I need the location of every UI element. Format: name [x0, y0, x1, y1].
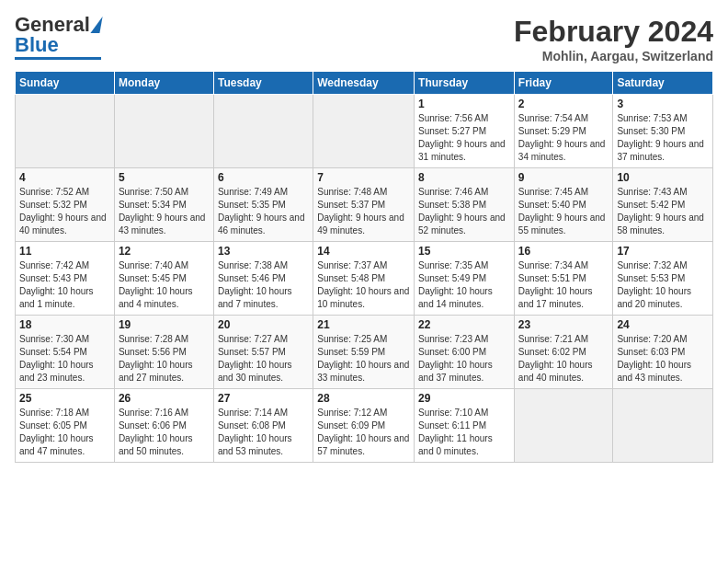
- day-number: 28: [317, 392, 410, 405]
- day-number: 29: [418, 392, 510, 405]
- day-info: Sunrise: 7:25 AMSunset: 5:59 PMDaylight:…: [317, 333, 410, 385]
- calendar-cell: [313, 95, 415, 168]
- calendar-table: SundayMondayTuesdayWednesdayThursdayFrid…: [15, 71, 713, 463]
- day-info: Sunrise: 7:42 AMSunset: 5:43 PMDaylight:…: [19, 259, 110, 311]
- calendar-cell: 2Sunrise: 7:54 AMSunset: 5:29 PMDaylight…: [514, 95, 613, 168]
- weekday-header-friday: Friday: [514, 72, 613, 95]
- calendar-cell: [213, 95, 313, 168]
- calendar-cell: 26Sunrise: 7:16 AMSunset: 6:06 PMDayligh…: [114, 389, 213, 463]
- day-info: Sunrise: 7:48 AMSunset: 5:37 PMDaylight:…: [317, 186, 410, 237]
- day-number: 17: [617, 245, 709, 258]
- day-number: 20: [218, 318, 309, 331]
- day-info: Sunrise: 7:50 AMSunset: 5:34 PMDaylight:…: [119, 186, 210, 237]
- location: Mohlin, Aargau, Switzerland: [514, 49, 713, 63]
- day-number: 27: [218, 392, 309, 405]
- calendar-cell: 16Sunrise: 7:34 AMSunset: 5:51 PMDayligh…: [514, 242, 613, 316]
- day-info: Sunrise: 7:28 AMSunset: 5:56 PMDaylight:…: [119, 333, 210, 385]
- day-info: Sunrise: 7:34 AMSunset: 5:51 PMDaylight:…: [518, 259, 609, 311]
- calendar-cell: 22Sunrise: 7:23 AMSunset: 6:00 PMDayligh…: [415, 316, 515, 389]
- day-number: 18: [19, 318, 110, 331]
- weekday-header-wednesday: Wednesday: [313, 72, 415, 95]
- day-number: 13: [218, 245, 309, 258]
- day-info: Sunrise: 7:10 AMSunset: 6:11 PMDaylight:…: [418, 407, 510, 458]
- day-number: 9: [518, 171, 609, 184]
- logo-blue-text: Blue: [15, 35, 59, 55]
- day-info: Sunrise: 7:40 AMSunset: 5:45 PMDaylight:…: [119, 259, 210, 311]
- day-info: Sunrise: 7:14 AMSunset: 6:08 PMDaylight:…: [218, 407, 309, 458]
- day-info: Sunrise: 7:53 AMSunset: 5:30 PMDaylight:…: [617, 112, 709, 164]
- calendar-cell: 27Sunrise: 7:14 AMSunset: 6:08 PMDayligh…: [213, 389, 313, 463]
- day-info: Sunrise: 7:37 AMSunset: 5:48 PMDaylight:…: [317, 259, 410, 311]
- calendar-cell: 24Sunrise: 7:20 AMSunset: 6:03 PMDayligh…: [613, 316, 713, 389]
- calendar-cell: 13Sunrise: 7:38 AMSunset: 5:46 PMDayligh…: [213, 242, 313, 316]
- weekday-header-saturday: Saturday: [613, 72, 713, 95]
- day-info: Sunrise: 7:54 AMSunset: 5:29 PMDaylight:…: [518, 112, 609, 164]
- day-info: Sunrise: 7:20 AMSunset: 6:03 PMDaylight:…: [617, 333, 709, 385]
- calendar-cell: 18Sunrise: 7:30 AMSunset: 5:54 PMDayligh…: [16, 316, 115, 389]
- calendar-cell: 6Sunrise: 7:49 AMSunset: 5:35 PMDaylight…: [213, 168, 313, 242]
- calendar-cell: 23Sunrise: 7:21 AMSunset: 6:02 PMDayligh…: [514, 316, 613, 389]
- day-info: Sunrise: 7:18 AMSunset: 6:05 PMDaylight:…: [19, 407, 110, 458]
- day-info: Sunrise: 7:43 AMSunset: 5:42 PMDaylight:…: [617, 186, 709, 237]
- day-number: 7: [317, 171, 410, 184]
- calendar-cell: 8Sunrise: 7:46 AMSunset: 5:38 PMDaylight…: [415, 168, 515, 242]
- weekday-header-row: SundayMondayTuesdayWednesdayThursdayFrid…: [16, 72, 713, 95]
- logo-icon: [90, 17, 102, 33]
- day-number: 23: [518, 318, 609, 331]
- logo-general-text: General: [15, 15, 90, 35]
- calendar-cell: 3Sunrise: 7:53 AMSunset: 5:30 PMDaylight…: [613, 95, 713, 168]
- day-number: 10: [617, 171, 709, 184]
- day-number: 2: [518, 98, 609, 110]
- calendar-cell: 12Sunrise: 7:40 AMSunset: 5:45 PMDayligh…: [114, 242, 213, 316]
- calendar-cell: 17Sunrise: 7:32 AMSunset: 5:53 PMDayligh…: [613, 242, 713, 316]
- day-info: Sunrise: 7:45 AMSunset: 5:40 PMDaylight:…: [518, 186, 609, 237]
- calendar-cell: 10Sunrise: 7:43 AMSunset: 5:42 PMDayligh…: [613, 168, 713, 242]
- day-info: Sunrise: 7:30 AMSunset: 5:54 PMDaylight:…: [19, 333, 110, 385]
- day-info: Sunrise: 7:35 AMSunset: 5:49 PMDaylight:…: [418, 259, 510, 311]
- calendar-cell: 7Sunrise: 7:48 AMSunset: 5:37 PMDaylight…: [313, 168, 415, 242]
- calendar-cell: 11Sunrise: 7:42 AMSunset: 5:43 PMDayligh…: [16, 242, 115, 316]
- day-info: Sunrise: 7:32 AMSunset: 5:53 PMDaylight:…: [617, 259, 709, 311]
- day-number: 3: [617, 98, 709, 110]
- day-number: 16: [518, 245, 609, 258]
- calendar-cell: 4Sunrise: 7:52 AMSunset: 5:32 PMDaylight…: [16, 168, 115, 242]
- day-number: 15: [418, 245, 510, 258]
- day-number: 4: [19, 171, 110, 184]
- day-info: Sunrise: 7:23 AMSunset: 6:00 PMDaylight:…: [418, 333, 510, 385]
- day-info: Sunrise: 7:21 AMSunset: 6:02 PMDaylight:…: [518, 333, 609, 385]
- calendar-cell: 29Sunrise: 7:10 AMSunset: 6:11 PMDayligh…: [415, 389, 515, 463]
- day-info: Sunrise: 7:16 AMSunset: 6:06 PMDaylight:…: [119, 407, 210, 458]
- weekday-header-tuesday: Tuesday: [213, 72, 313, 95]
- logo: General Blue: [15, 15, 101, 60]
- day-number: 1: [418, 98, 510, 110]
- day-number: 26: [119, 392, 210, 405]
- page-header: General Blue February 2024 Mohlin, Aarga…: [15, 15, 713, 63]
- calendar-week-4: 18Sunrise: 7:30 AMSunset: 5:54 PMDayligh…: [16, 316, 713, 389]
- calendar-cell: [16, 95, 115, 168]
- month-title: February 2024: [514, 15, 713, 49]
- calendar-cell: 15Sunrise: 7:35 AMSunset: 5:49 PMDayligh…: [415, 242, 515, 316]
- day-info: Sunrise: 7:38 AMSunset: 5:46 PMDaylight:…: [218, 259, 309, 311]
- day-number: 11: [19, 245, 110, 258]
- day-info: Sunrise: 7:49 AMSunset: 5:35 PMDaylight:…: [218, 186, 309, 237]
- calendar-cell: 28Sunrise: 7:12 AMSunset: 6:09 PMDayligh…: [313, 389, 415, 463]
- calendar-cell: 1Sunrise: 7:56 AMSunset: 5:27 PMDaylight…: [415, 95, 515, 168]
- day-info: Sunrise: 7:46 AMSunset: 5:38 PMDaylight:…: [418, 186, 510, 237]
- day-number: 24: [617, 318, 709, 331]
- weekday-header-sunday: Sunday: [16, 72, 115, 95]
- day-number: 21: [317, 318, 410, 331]
- calendar-cell: 21Sunrise: 7:25 AMSunset: 5:59 PMDayligh…: [313, 316, 415, 389]
- calendar-week-5: 25Sunrise: 7:18 AMSunset: 6:05 PMDayligh…: [16, 389, 713, 463]
- day-number: 6: [218, 171, 309, 184]
- day-info: Sunrise: 7:12 AMSunset: 6:09 PMDaylight:…: [317, 407, 410, 458]
- calendar-cell: 25Sunrise: 7:18 AMSunset: 6:05 PMDayligh…: [16, 389, 115, 463]
- calendar-cell: [514, 389, 613, 463]
- day-number: 25: [19, 392, 110, 405]
- calendar-week-3: 11Sunrise: 7:42 AMSunset: 5:43 PMDayligh…: [16, 242, 713, 316]
- title-block: February 2024 Mohlin, Aargau, Switzerlan…: [514, 15, 713, 63]
- calendar-cell: 20Sunrise: 7:27 AMSunset: 5:57 PMDayligh…: [213, 316, 313, 389]
- weekday-header-monday: Monday: [114, 72, 213, 95]
- day-number: 14: [317, 245, 410, 258]
- day-info: Sunrise: 7:56 AMSunset: 5:27 PMDaylight:…: [418, 112, 510, 164]
- day-number: 8: [418, 171, 510, 184]
